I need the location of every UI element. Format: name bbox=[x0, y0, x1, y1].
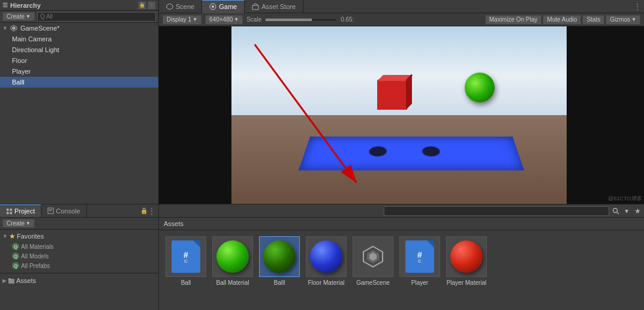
project-create-label: Create bbox=[7, 220, 25, 227]
asset-item-floor-material[interactable]: Floor Material bbox=[305, 236, 347, 286]
game-toolbar: Display 1 ▼ 640×480 ▼ Scale 0.65: Maximi… bbox=[159, 13, 644, 26]
hierarchy-item-main-camera[interactable]: Main Camera bbox=[0, 34, 158, 44]
asset-item-gamescene[interactable]: GameScene bbox=[352, 236, 394, 286]
assets-label-left: Assets bbox=[16, 277, 36, 284]
project-tab-icon bbox=[6, 208, 13, 215]
maximize-on-play-button[interactable]: Maximize On Play bbox=[485, 15, 542, 25]
asset-icon-floor-material bbox=[306, 236, 347, 277]
asset-icon-player: # C bbox=[399, 236, 440, 277]
favorites-all-prefabs[interactable]: Q All Prefabs bbox=[2, 261, 156, 270]
asset-label-ball-material: Ball Material bbox=[216, 279, 249, 286]
hierarchy-item-balll[interactable]: Balll bbox=[0, 77, 158, 88]
tab-console[interactable]: Console bbox=[41, 204, 86, 217]
cs-icon-player: # C bbox=[405, 240, 434, 273]
hierarchy-toolbar: Create ▼ bbox=[0, 11, 158, 23]
scene-expand-icon: ▼ bbox=[2, 25, 8, 31]
assets-star-btn[interactable]: ★ bbox=[633, 207, 642, 215]
mute-audio-button[interactable]: Mute Audio bbox=[543, 15, 581, 25]
hierarchy-icon: ☰ bbox=[2, 2, 8, 8]
tab-game[interactable]: Game bbox=[202, 0, 245, 13]
favorites-star-icon: ★ bbox=[9, 232, 16, 240]
store-tab-icon bbox=[252, 3, 259, 10]
hierarchy-item-floor[interactable]: Floor bbox=[0, 55, 158, 66]
assets-path-header: Assets bbox=[159, 218, 644, 230]
asset-icon-player-material bbox=[446, 236, 487, 277]
asset-label-player-material: Player Material bbox=[447, 279, 487, 286]
scale-label: Scale bbox=[246, 16, 261, 23]
assets-path-label: Assets bbox=[164, 220, 183, 227]
svg-line-18 bbox=[617, 212, 619, 214]
tab-scene[interactable]: Scene bbox=[159, 0, 202, 13]
assets-header-left[interactable]: ▶ Assets bbox=[2, 276, 156, 285]
game-tab-icon bbox=[209, 3, 216, 10]
ball-blue-icon bbox=[310, 240, 342, 273]
svg-rect-10 bbox=[7, 212, 9, 214]
svg-marker-1 bbox=[12, 26, 16, 30]
favorites-header: ▼ ★ Favorites bbox=[2, 232, 156, 240]
scene-tab-icon bbox=[166, 3, 173, 10]
svg-point-17 bbox=[613, 208, 618, 212]
game-toolbar-buttons: Maximize On Play Mute Audio Stats Gizmos… bbox=[485, 15, 640, 25]
project-create-button[interactable]: Create ▼ bbox=[2, 219, 35, 228]
all-prefabs-q-icon: Q bbox=[12, 262, 19, 269]
gizmos-label: Gizmos bbox=[610, 16, 630, 23]
hierarchy-title: ☰ Hierarchy bbox=[2, 2, 41, 9]
favorites-all-materials[interactable]: Q All Materials bbox=[2, 242, 156, 251]
search-icon bbox=[612, 207, 619, 215]
top-row: ☰ Hierarchy 🔒 ⋮ Create ▼ ▼ bbox=[0, 0, 644, 204]
svg-rect-11 bbox=[10, 212, 12, 214]
assets-search-input[interactable] bbox=[384, 206, 610, 216]
project-tab-label: Project bbox=[14, 207, 35, 215]
project-lock-icon[interactable]: 🔒 bbox=[140, 207, 148, 214]
hierarchy-scene-item[interactable]: ▼ GameScene* bbox=[0, 23, 158, 34]
display-label: Display 1 bbox=[167, 16, 191, 23]
tabs-menu-icon[interactable]: ⋮ bbox=[633, 2, 642, 11]
hierarchy-menu-btn[interactable]: ⋮ bbox=[148, 1, 156, 10]
project-sidebar-panel: Project Console 🔒 ⋮ Create bbox=[0, 204, 159, 310]
asset-item-balll[interactable]: Balll bbox=[258, 236, 300, 286]
assets-search-icon[interactable] bbox=[612, 207, 620, 215]
hierarchy-lock-btn[interactable]: 🔒 bbox=[138, 1, 146, 10]
project-create-dropdown-icon: ▼ bbox=[26, 221, 31, 226]
game-tab-label: Game bbox=[219, 3, 237, 10]
hierarchy-search-input[interactable] bbox=[37, 12, 156, 22]
favorites-all-models[interactable]: Q All Models bbox=[2, 251, 156, 261]
hierarchy-panel: ☰ Hierarchy 🔒 ⋮ Create ▼ ▼ bbox=[0, 0, 159, 204]
assets-grid: # C Ball Ball Material bbox=[159, 230, 644, 310]
hierarchy-panel-icons: 🔒 ⋮ bbox=[138, 1, 156, 10]
resolution-dropdown-icon: ▼ bbox=[234, 17, 239, 22]
svg-marker-2 bbox=[167, 4, 173, 10]
hierarchy-item-directional-light[interactable]: Directional Light bbox=[0, 44, 158, 55]
hierarchy-create-button[interactable]: Create ▼ bbox=[2, 12, 35, 21]
tab-asset-store[interactable]: Asset Store bbox=[245, 0, 303, 13]
asset-item-player-material[interactable]: Player Material bbox=[446, 236, 487, 286]
asset-item-ball[interactable]: # C Ball bbox=[165, 236, 207, 286]
hierarchy-item-player[interactable]: Player bbox=[0, 66, 158, 77]
all-models-q-icon: Q bbox=[12, 252, 19, 260]
blue-platform bbox=[298, 136, 523, 170]
stats-button[interactable]: Stats bbox=[582, 15, 604, 25]
ball-green-dark-icon bbox=[263, 240, 296, 273]
project-menu-icon[interactable]: ⋮ bbox=[148, 206, 156, 216]
project-tabs: Project Console 🔒 ⋮ bbox=[0, 204, 158, 218]
bottom-row: Project Console 🔒 ⋮ Create bbox=[0, 204, 644, 310]
favorites-expand-icon: ▼ bbox=[2, 233, 8, 239]
gizmos-button[interactable]: Gizmos ▼ bbox=[606, 15, 640, 25]
asset-item-ball-material[interactable]: Ball Material bbox=[212, 236, 254, 286]
assets-filter-btn[interactable]: ▾ bbox=[622, 207, 631, 215]
display-select[interactable]: Display 1 ▼ bbox=[162, 15, 201, 25]
viewport-left-border bbox=[159, 26, 231, 204]
dropdown-arrow-icon: ▼ bbox=[26, 14, 31, 19]
scene-background bbox=[159, 26, 644, 204]
display-dropdown-icon: ▼ bbox=[192, 17, 197, 22]
resolution-select[interactable]: 640×480 ▼ bbox=[205, 15, 243, 25]
tab-project[interactable]: Project bbox=[0, 204, 41, 217]
platform-hole-2 bbox=[422, 146, 440, 156]
unity-mesh-icon bbox=[359, 242, 387, 271]
favorites-section: ▼ ★ Favorites Q All Materials Q All Mode… bbox=[0, 230, 158, 273]
asset-label-ball: Ball bbox=[181, 279, 191, 286]
ball-green-icon bbox=[216, 240, 249, 273]
scale-slider[interactable] bbox=[265, 18, 337, 22]
asset-item-player[interactable]: # C Player bbox=[399, 236, 441, 286]
tabs-row: Scene Game Asset Store bbox=[159, 0, 644, 13]
